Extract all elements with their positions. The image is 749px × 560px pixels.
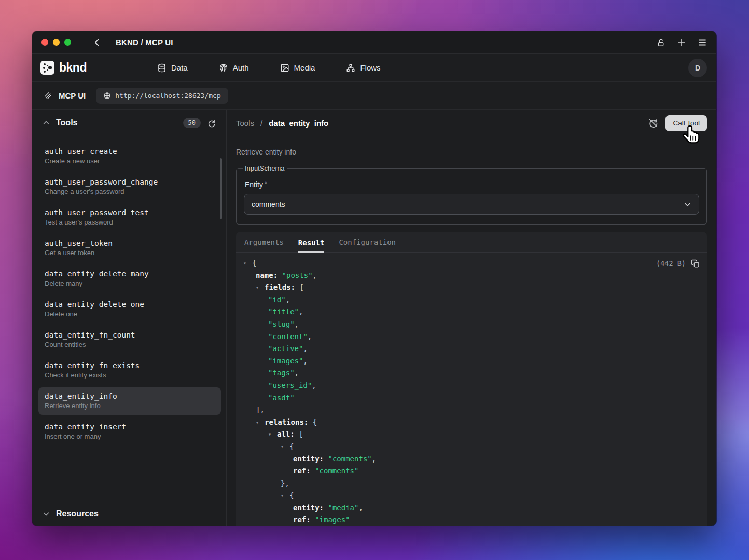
tab-configuration[interactable]: Configuration bbox=[339, 238, 396, 252]
nav-item-label: Media bbox=[294, 63, 315, 72]
nav-item-media[interactable]: Media bbox=[280, 63, 315, 73]
input-schema-fieldset: InputSchema Entity* comments bbox=[236, 164, 707, 225]
json-line: "title", bbox=[243, 306, 699, 318]
tool-list-item[interactable]: data_entity_delete_oneDelete one bbox=[38, 296, 221, 323]
json-line: "asdf" bbox=[243, 392, 699, 404]
workflow-icon bbox=[346, 63, 355, 73]
brand[interactable]: bknd bbox=[40, 61, 129, 75]
tool-description: Change a user's password bbox=[45, 188, 215, 195]
back-icon[interactable] bbox=[93, 38, 101, 47]
tool-list-item[interactable]: auth_user_password_changeChange a user's… bbox=[38, 173, 221, 201]
json-line: "slug", bbox=[243, 318, 699, 331]
mcp-url[interactable]: http://localhost:28623/mcp bbox=[96, 88, 228, 104]
tools-header-label: Tools bbox=[56, 118, 77, 128]
traffic-lights bbox=[41, 39, 71, 46]
tool-name: auth_user_create bbox=[45, 147, 215, 156]
tool-name: data_entity_delete_many bbox=[45, 270, 215, 278]
tool-description: Count entities bbox=[45, 341, 215, 348]
tool-name: data_entity_fn_exists bbox=[45, 361, 215, 370]
json-line: entity: "media", bbox=[243, 502, 699, 514]
main-header: Tools / data_entity_info Call Tool bbox=[227, 110, 716, 136]
tab-arguments[interactable]: Arguments bbox=[244, 238, 284, 252]
collapse-caret-icon[interactable]: ▾ bbox=[243, 257, 252, 270]
chevron-up-icon bbox=[43, 119, 50, 127]
menu-icon[interactable] bbox=[698, 38, 707, 47]
lock-icon[interactable] bbox=[657, 38, 665, 47]
collapse-caret-icon[interactable]: ▾ bbox=[281, 489, 289, 502]
user-avatar[interactable]: D bbox=[688, 59, 707, 77]
refresh-icon[interactable] bbox=[207, 119, 216, 128]
close-window-button[interactable] bbox=[41, 39, 48, 46]
main-body: Retrieve entity info InputSchema Entity*… bbox=[227, 136, 716, 526]
input-schema-legend: InputSchema bbox=[243, 164, 287, 172]
tools-section-header[interactable]: Tools 50 bbox=[32, 110, 226, 136]
minimize-window-button[interactable] bbox=[53, 39, 60, 46]
tab-result[interactable]: Result bbox=[298, 239, 325, 253]
main-panel: Tools / data_entity_info Call Tool Retri… bbox=[227, 110, 716, 526]
entity-select[interactable]: comments bbox=[244, 194, 699, 215]
json-line: ▾fields: [ bbox=[243, 282, 699, 294]
json-line: "images", bbox=[243, 355, 699, 368]
chevron-down-icon bbox=[684, 201, 691, 208]
nav-item-label: Data bbox=[171, 63, 188, 72]
tool-description: Create a new user bbox=[45, 157, 215, 165]
database-icon bbox=[157, 63, 167, 73]
tool-list-item[interactable]: auth_user_createCreate a new user bbox=[38, 143, 221, 170]
titlebar: BKND / MCP UI bbox=[32, 31, 716, 54]
result-tabs: Arguments Result Configuration bbox=[236, 232, 707, 253]
tool-list-item[interactable]: auth_user_tokenGet a user token bbox=[38, 234, 221, 262]
image-icon bbox=[280, 63, 289, 73]
tool-list-item[interactable]: data_entity_insertInsert one or many bbox=[38, 418, 221, 445]
tool-list-item[interactable]: data_entity_fn_countCount entities bbox=[38, 326, 221, 354]
app-window: BKND / MCP UI bknd bbox=[32, 31, 716, 526]
tool-list-item[interactable]: data_entity_delete_manyDelete many bbox=[38, 265, 221, 292]
fingerprint-icon bbox=[219, 63, 228, 73]
breadcrumb-current: data_entity_info bbox=[269, 119, 328, 128]
auto-call-off-icon[interactable] bbox=[648, 118, 658, 128]
json-line: ▾all: [ bbox=[243, 428, 699, 441]
collapse-caret-icon[interactable]: ▾ bbox=[281, 441, 289, 453]
result-size-label: (442 B) bbox=[656, 258, 686, 270]
tool-description: Get a user token bbox=[45, 249, 215, 257]
breadcrumb-section[interactable]: Tools bbox=[236, 119, 254, 128]
json-line: name: "posts", bbox=[243, 270, 699, 282]
entity-field-label: Entity* bbox=[245, 180, 699, 189]
brand-name: bknd bbox=[59, 61, 87, 75]
nav-item-label: Flows bbox=[360, 63, 380, 72]
tool-description: Test a user's password bbox=[45, 218, 215, 226]
tool-name: data_entity_delete_one bbox=[45, 300, 215, 309]
tool-description: Retrieve entity info bbox=[236, 148, 707, 156]
copy-icon[interactable] bbox=[691, 259, 700, 268]
json-line: ▾{ bbox=[243, 441, 699, 453]
tool-name: auth_user_password_test bbox=[45, 208, 215, 217]
call-tool-button[interactable]: Call Tool bbox=[665, 115, 707, 131]
new-tab-icon[interactable] bbox=[677, 38, 686, 47]
zoom-window-button[interactable] bbox=[64, 39, 71, 46]
json-line: ▾relations: { bbox=[243, 416, 699, 429]
content: Tools 50 auth_user_createCreate a new us… bbox=[32, 110, 716, 526]
resources-section-header[interactable]: Resources bbox=[32, 501, 226, 526]
json-line: }, bbox=[243, 478, 699, 490]
bknd-logo-icon bbox=[40, 61, 54, 75]
sidebar-scrollbar[interactable] bbox=[220, 158, 222, 219]
collapse-caret-icon[interactable]: ▾ bbox=[268, 428, 277, 441]
tool-list-item[interactable]: auth_user_password_testTest a user's pas… bbox=[38, 204, 221, 231]
mcp-page-title: MCP UI bbox=[59, 91, 86, 100]
tool-description: Insert one or many bbox=[45, 432, 215, 440]
nav-item-auth[interactable]: Auth bbox=[219, 63, 249, 73]
stack-icon bbox=[44, 91, 52, 100]
nav-item-data[interactable]: Data bbox=[157, 63, 188, 73]
chevron-down-icon bbox=[43, 510, 50, 517]
globe-icon bbox=[103, 92, 111, 100]
tool-list-item[interactable]: data_entity_fn_existsCheck if entity exi… bbox=[38, 357, 221, 384]
collapse-caret-icon[interactable]: ▾ bbox=[256, 416, 265, 429]
tool-list: auth_user_createCreate a new userauth_us… bbox=[32, 136, 226, 501]
tool-list-item[interactable]: data_entity_infoRetrieve entity info bbox=[38, 387, 221, 415]
json-line: "id", bbox=[243, 294, 699, 306]
collapse-caret-icon[interactable]: ▾ bbox=[256, 282, 265, 294]
json-viewer: (442 B) ▾{name: "posts",▾fields: ["id","… bbox=[236, 253, 707, 526]
json-line: ref: "comments" bbox=[243, 465, 699, 478]
sidebar: Tools 50 auth_user_createCreate a new us… bbox=[32, 110, 227, 526]
json-line: "users_id", bbox=[243, 380, 699, 392]
nav-item-flows[interactable]: Flows bbox=[346, 63, 380, 73]
